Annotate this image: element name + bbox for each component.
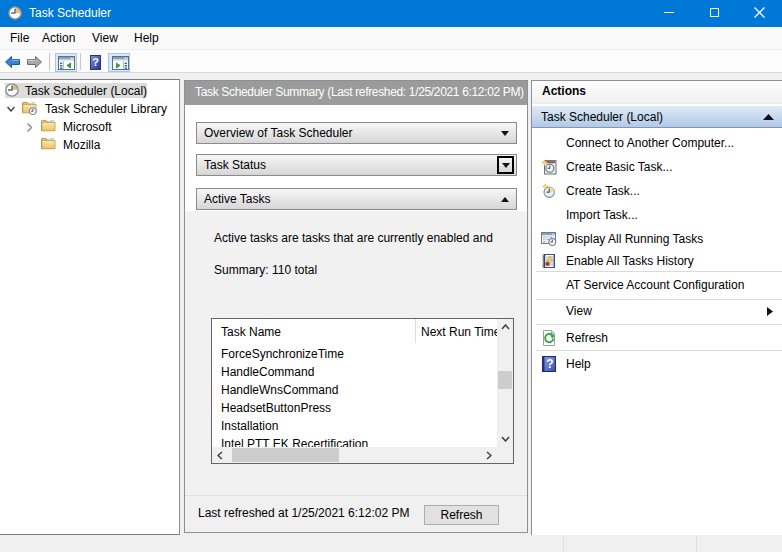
svg-text:?: ? bbox=[546, 357, 553, 371]
svg-text:?: ? bbox=[92, 56, 99, 68]
